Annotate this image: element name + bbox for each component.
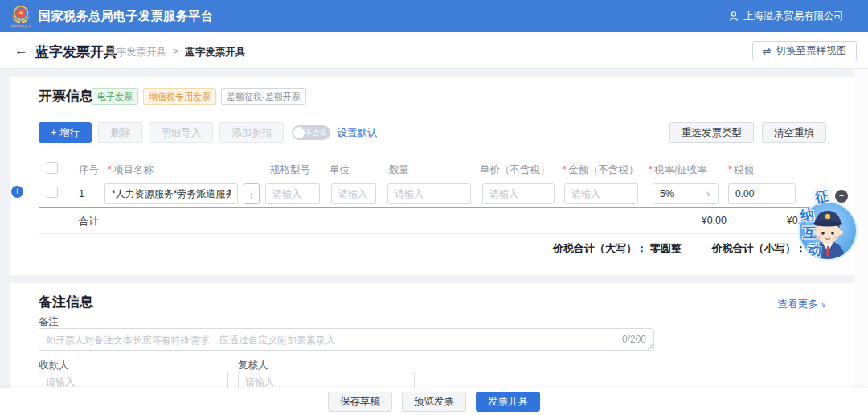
reselect-invoice-type-button[interactable]: 重选发票类型 bbox=[669, 122, 754, 143]
swap-icon: ⇌ bbox=[763, 45, 772, 57]
app-root: 国家税务总局 国家税务总局电子发票服务平台 上海溢承贸易有限公司 ← 蓝字发票开… bbox=[0, 0, 868, 415]
tax-excluded-toggle[interactable]: 不含税 bbox=[292, 125, 330, 140]
table-row: 1 ⋮ 5% ∨ bbox=[39, 180, 826, 208]
unit-input[interactable] bbox=[331, 183, 376, 204]
preview-invoice-button[interactable]: 预览发票 bbox=[402, 392, 466, 412]
row-checkbox[interactable] bbox=[47, 187, 58, 198]
svg-text:国家税务总局: 国家税务总局 bbox=[10, 24, 31, 28]
view-more-label: 查看更多 bbox=[777, 298, 817, 311]
company-account[interactable]: 上海溢承贸易有限公司 bbox=[728, 0, 844, 32]
tax-rate-value: 5% bbox=[660, 188, 674, 199]
resize-handle[interactable] bbox=[646, 343, 653, 349]
toggle-knob bbox=[293, 127, 305, 138]
remarks-section-title: 备注信息 bbox=[39, 293, 93, 311]
add-discount-button[interactable]: 添加折扣 bbox=[219, 122, 284, 143]
delete-button[interactable]: 删除 bbox=[98, 122, 142, 143]
amount-total-value: ¥0.00 bbox=[653, 215, 727, 226]
tax-rate-select[interactable]: 5% ∨ bbox=[653, 183, 719, 204]
select-all-checkbox[interactable] bbox=[47, 162, 58, 174]
switch-view-label: 切换至票样视图 bbox=[776, 44, 847, 58]
breadcrumb-current: 蓝字发票开具 bbox=[185, 46, 245, 60]
assistant-char: 纳 bbox=[799, 205, 815, 225]
table-toolbar: + 增行 删除 明细导入 添加折扣 不含税 设置默认 bbox=[39, 122, 377, 143]
col-header-unit: 单位 bbox=[330, 163, 350, 177]
page-title: 蓝字发票开具 bbox=[35, 43, 117, 61]
assistant-char: 动 bbox=[807, 240, 822, 260]
add-row-label: 增行 bbox=[59, 126, 80, 140]
breadcrumb-separator: > bbox=[173, 46, 178, 60]
switch-view-button[interactable]: ⇌ 切换至票样视图 bbox=[752, 41, 857, 60]
col-header-amount: *金额（不含税） bbox=[563, 163, 638, 177]
remark-textarea[interactable] bbox=[39, 328, 654, 351]
required-mark: * bbox=[649, 164, 653, 175]
col-header-index: 序号 bbox=[79, 163, 99, 177]
breadcrumb: 蓝字发票开具 > 蓝字发票开具 bbox=[106, 46, 245, 60]
tag-electronic-invoice: 电子发票 bbox=[92, 88, 138, 105]
total-label: 合计 bbox=[79, 215, 99, 228]
page-header: ← 蓝字发票开具 蓝字发票开具 > 蓝字发票开具 ⇌ 切换至票样视图 bbox=[0, 32, 868, 69]
payee-label: 收款人 bbox=[39, 359, 69, 372]
row-index: 1 bbox=[79, 188, 84, 199]
view-more-link[interactable]: 查看更多 ∨ bbox=[777, 298, 826, 311]
top-navbar: 国家税务总局 国家税务总局电子发票服务平台 上海溢承贸易有限公司 bbox=[0, 0, 868, 32]
toggle-label: 不含税 bbox=[305, 128, 326, 138]
amount-input[interactable] bbox=[564, 183, 638, 204]
qty-input[interactable] bbox=[387, 183, 471, 204]
table-toolbar-right: 重选发票类型 清空重填 bbox=[669, 122, 826, 143]
col-header-tax-amount: *税额 bbox=[728, 163, 754, 177]
tax-amount-input[interactable] bbox=[728, 183, 796, 204]
total-uppercase: 价税合计（大写）： 零圆整 bbox=[553, 241, 682, 256]
save-draft-button[interactable]: 保存草稿 bbox=[328, 392, 392, 412]
invoice-type-tags: 电子发票 增值税专用发票 差额征税-差额开票 bbox=[92, 88, 306, 105]
person-icon bbox=[728, 10, 739, 22]
col-header-qty: 数量 bbox=[389, 163, 409, 177]
col-header-price: 单价（不含税） bbox=[480, 163, 551, 177]
breadcrumb-parent[interactable]: 蓝字发票开具 bbox=[106, 46, 166, 60]
required-mark: * bbox=[563, 164, 567, 175]
set-default-link[interactable]: 设置默认 bbox=[337, 126, 377, 140]
insert-row-button[interactable]: + bbox=[11, 186, 23, 198]
required-mark: * bbox=[728, 164, 732, 175]
chevron-down-icon: ∨ bbox=[821, 301, 826, 309]
divider bbox=[39, 233, 826, 234]
grand-totals: 价税合计（大写）： 零圆整 价税合计（小写）：0.00 bbox=[39, 241, 826, 256]
assistant-minimize-button[interactable]: − bbox=[835, 190, 848, 203]
plus-icon: + bbox=[51, 127, 56, 138]
chevron-down-icon: ∨ bbox=[706, 190, 711, 198]
col-header-item-name: *项目名称 bbox=[108, 163, 154, 177]
platform-title: 国家税务总局电子发票服务平台 bbox=[39, 9, 213, 24]
col-header-spec: 规格型号 bbox=[270, 163, 310, 177]
reviewer-label: 复核人 bbox=[238, 359, 268, 372]
remark-field-wrap: 0/200 bbox=[39, 328, 654, 351]
issue-invoice-button[interactable]: 发票开具 bbox=[476, 392, 540, 412]
remark-label: 备注 bbox=[39, 315, 59, 329]
items-table-header: 序号 *项目名称 规格型号 单位 数量 单价（不含税） *金额（不含税） *税率… bbox=[39, 158, 826, 179]
char-counter: 0/200 bbox=[622, 334, 646, 345]
back-arrow-icon[interactable]: ← bbox=[14, 43, 28, 59]
tag-differential-tax: 差额征税-差额开票 bbox=[221, 88, 306, 105]
tax-emblem-logo: 国家税务总局 bbox=[10, 4, 32, 28]
company-name: 上海溢承贸易有限公司 bbox=[743, 10, 844, 23]
table-total-row: 合计 ¥0.00 ¥0.00 bbox=[39, 208, 826, 233]
invoice-info-card: 开票信息 电子发票 增值税专用发票 差额征税-差额开票 + 增行 删除 明细导入… bbox=[10, 77, 854, 275]
tag-vat-special-invoice: 增值税专用发票 bbox=[143, 88, 216, 105]
price-input[interactable] bbox=[482, 183, 555, 204]
item-options-button[interactable]: ⋮ bbox=[244, 183, 260, 204]
footer-action-bar: 保存草稿 预览发票 发票开具 bbox=[0, 388, 868, 415]
clear-refill-button[interactable]: 清空重填 bbox=[762, 122, 826, 143]
add-row-button[interactable]: + 增行 bbox=[39, 122, 92, 143]
import-detail-button[interactable]: 明细导入 bbox=[149, 122, 213, 143]
item-name-input[interactable] bbox=[104, 183, 238, 204]
required-mark: * bbox=[108, 164, 112, 175]
spec-input[interactable] bbox=[265, 183, 320, 204]
col-header-tax-rate: *税率/征收率 bbox=[649, 163, 707, 177]
invoice-section-title: 开票信息 bbox=[39, 87, 93, 105]
